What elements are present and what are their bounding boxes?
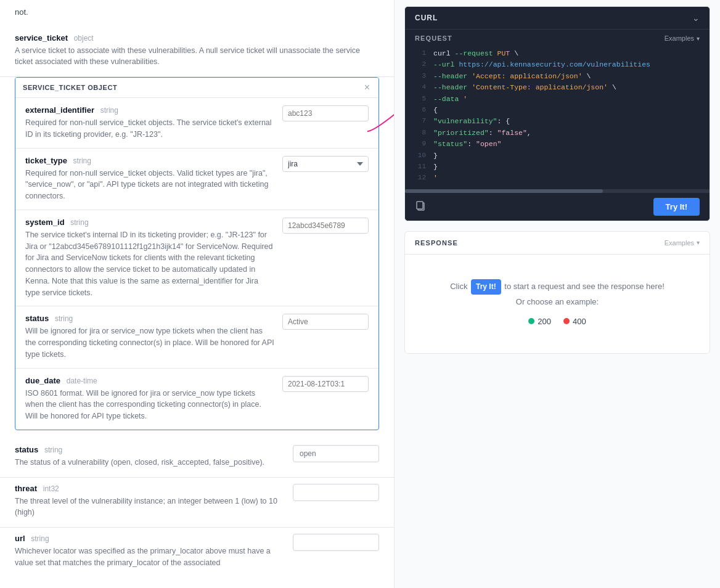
service-ticket-object-container: SERVICE_TICKET OBJECT × external_identif… — [15, 77, 379, 430]
sub-field-ticket-type: ticket_type string Required for non-null… — [15, 149, 378, 210]
outer-status-type: string — [44, 446, 62, 454]
code-line-5: 5 --data ' — [415, 94, 700, 105]
curl-chevron-icon[interactable]: ⌄ — [692, 13, 700, 23]
curl-label: CURL — [415, 14, 438, 22]
code-line-9: 9 "status": "open" — [415, 139, 700, 150]
outer-status-name: status — [15, 445, 38, 454]
response-examples-button[interactable]: Examples ▾ — [665, 239, 700, 247]
ext-id-type: string — [100, 106, 118, 115]
system-id-type: string — [70, 218, 88, 227]
status-ticket-desc: Will be ignored for jira or service_now … — [25, 325, 275, 360]
due-date-type: date-time — [67, 377, 97, 385]
copy-icon-button[interactable] — [415, 200, 426, 213]
dot-green-icon — [528, 318, 534, 324]
service-ticket-object-header: SERVICE_TICKET OBJECT × — [15, 78, 378, 98]
system-id-input[interactable] — [282, 218, 369, 234]
sub-field-system-id: system_id string The service ticket's in… — [15, 210, 378, 307]
url-field-desc: Whichever locator was specified as the p… — [15, 545, 285, 569]
copy-icon — [415, 200, 426, 211]
try-it-button[interactable]: Try It! — [653, 198, 700, 216]
left-panel: not. service_ticket object A service tic… — [0, 0, 395, 588]
url-field-name: url — [15, 534, 25, 543]
code-line-7: 7 "vulnerability": { — [415, 116, 700, 127]
threat-name: threat — [15, 484, 37, 493]
request-label: REQUEST — [415, 35, 452, 42]
threat-desc: The threat level of the vulnerability in… — [15, 496, 285, 519]
due-date-name: due_date — [25, 376, 60, 385]
url-field-input[interactable] — [293, 534, 379, 551]
ext-id-desc: Required for non-null service_ticket obj… — [25, 117, 275, 141]
response-section: RESPONSE Examples ▾ Click Try It! to sta… — [404, 231, 710, 354]
request-header-row: REQUEST Examples ▾ — [405, 30, 710, 42]
ticket-type-desc: Required for non-null service_ticket obj… — [25, 168, 275, 202]
due-date-desc: ISO 8601 format. Will be ignored for jir… — [25, 388, 275, 422]
code-line-12: 12 ' — [415, 173, 700, 184]
response-label: RESPONSE — [415, 239, 458, 247]
examples-chevron-icon: ▾ — [697, 35, 700, 42]
examples-button[interactable]: Examples ▾ — [665, 35, 700, 42]
outer-status-section: status string The status of a vulnerabil… — [0, 439, 394, 478]
code-line-10: 10 } — [415, 150, 700, 161]
badge-400[interactable]: 400 — [563, 314, 586, 329]
outer-status-desc: The status of a vulnerability (open, clo… — [15, 457, 285, 468]
service-ticket-field-type: object — [74, 34, 94, 43]
response-choose-example: Or choose an example: — [417, 295, 697, 309]
due-date-input[interactable] — [282, 376, 369, 392]
try-it-inline-label: Try It! — [471, 279, 501, 295]
response-body: Click Try It! to start a request and see… — [405, 255, 710, 353]
sub-field-status-ticket: status string Will be ignored for jira o… — [15, 306, 378, 368]
status-badges: 200 400 — [417, 314, 697, 329]
badge-400-label: 400 — [573, 314, 586, 329]
threat-section: threat int32 The threat level of the vul… — [0, 478, 394, 528]
url-field-type: string — [31, 534, 49, 543]
code-line-1: 1 curl --request PUT \ — [415, 48, 700, 59]
code-block: 1 curl --request PUT \ 2 --url https://a… — [405, 42, 710, 189]
response-header: RESPONSE Examples ▾ — [405, 232, 710, 255]
status-ticket-type: string — [55, 314, 73, 323]
threat-input[interactable] — [293, 484, 379, 501]
system-id-name: system_id — [25, 218, 65, 227]
threat-type: int32 — [43, 484, 59, 493]
dot-red-icon — [563, 318, 570, 324]
badge-200[interactable]: 200 — [528, 314, 551, 329]
ext-id-name: external_identifier — [25, 105, 94, 115]
response-instruction: Click Try It! to start a request and see… — [417, 279, 697, 295]
right-panel: CURL ⌄ REQUEST Examples ▾ 1 curl --reque… — [395, 0, 720, 588]
code-line-3: 3 --header 'Accept: application/json' \ — [415, 71, 700, 82]
code-line-8: 8 "prioritized": "false", — [415, 128, 700, 139]
svg-rect-1 — [417, 202, 423, 209]
service-ticket-close-button[interactable]: × — [363, 83, 371, 92]
sub-field-external-identifier: external_identifier string Required for … — [15, 98, 378, 149]
system-id-desc: The service ticket's internal ID in its … — [25, 229, 275, 299]
badge-200-label: 200 — [538, 314, 551, 329]
curl-footer: Try It! — [405, 193, 710, 221]
service-ticket-field-desc: A service ticket to associate with these… — [15, 45, 379, 68]
response-examples-chevron-icon: ▾ — [697, 239, 700, 246]
code-line-4: 4 --header 'Content-Type: application/js… — [415, 82, 700, 93]
code-line-11: 11 } — [415, 161, 700, 173]
curl-section: CURL ⌄ REQUEST Examples ▾ 1 curl --reque… — [404, 6, 710, 221]
ticket-type-name: ticket_type — [25, 156, 67, 165]
outer-status-input[interactable] — [293, 445, 379, 462]
ticket-type-select[interactable]: jira service_now api — [282, 156, 369, 172]
status-ticket-name: status — [25, 314, 49, 323]
curl-header: CURL ⌄ — [405, 7, 710, 30]
code-line-6: 6 { — [415, 105, 700, 116]
service-ticket-field-section: service_ticket object A service ticket t… — [0, 27, 394, 78]
service-ticket-field-name: service_ticket — [15, 33, 68, 43]
service-ticket-object-title: SERVICE_TICKET OBJECT — [23, 84, 117, 91]
sub-field-due-date: due_date date-time ISO 8601 format. Will… — [15, 369, 378, 430]
ticket-type-type: string — [73, 157, 91, 165]
intro-text: not. — [0, 0, 394, 27]
code-line-2: 2 --url https://api.kennasecurity.com/vu… — [415, 59, 700, 70]
status-ticket-input[interactable] — [282, 314, 369, 330]
ext-id-input[interactable] — [282, 105, 369, 121]
url-section: url string Whichever locator was specifi… — [0, 528, 394, 578]
